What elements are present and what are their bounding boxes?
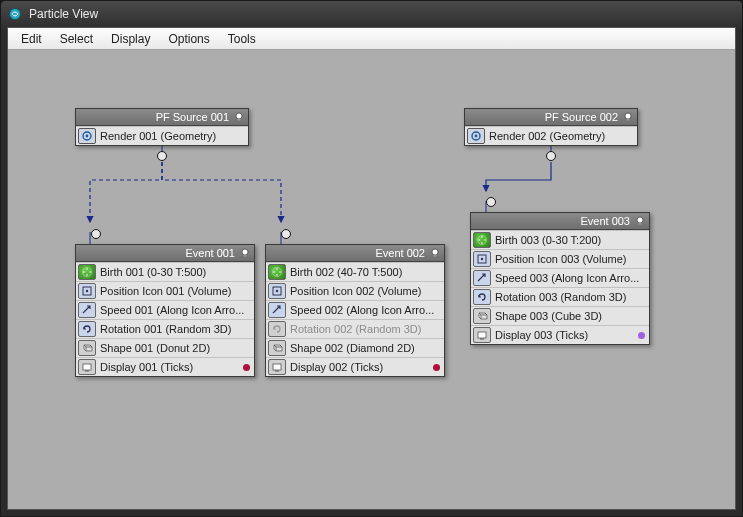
svg-point-34 bbox=[276, 290, 278, 292]
svg-point-15 bbox=[242, 249, 248, 255]
op-birth-003[interactable]: Birth 003 (0-30 T:200) bbox=[471, 230, 649, 249]
op-display-003[interactable]: Display 003 (Ticks) bbox=[471, 325, 649, 344]
menu-select[interactable]: Select bbox=[51, 30, 102, 48]
op-position-003[interactable]: Position Icon 003 (Volume) bbox=[471, 249, 649, 268]
lightbulb-icon[interactable] bbox=[634, 216, 645, 227]
shape-icon bbox=[268, 340, 286, 356]
svg-point-19 bbox=[89, 271, 91, 273]
node-event-001[interactable]: Event 001 Birth 001 (0-30 T:500) Positi bbox=[75, 244, 255, 377]
node-event-002[interactable]: Event 002 Birth 002 (40-70 T:500) Posit bbox=[265, 244, 445, 377]
op-label: Speed 002 (Along Icon Arro... bbox=[290, 304, 434, 316]
op-position-002[interactable]: Position Icon 002 (Volume) bbox=[266, 281, 444, 300]
svg-point-14 bbox=[475, 135, 478, 138]
in-port[interactable] bbox=[91, 229, 101, 239]
particle-view-window: Particle View Edit Select Display Option… bbox=[0, 0, 743, 517]
op-display-002[interactable]: Display 002 (Ticks) bbox=[266, 357, 444, 376]
op-label: Birth 002 (40-70 T:500) bbox=[290, 266, 402, 278]
node-pf-source-001[interactable]: PF Source 001 Render 001 (Geometry) bbox=[75, 108, 249, 146]
menu-tools[interactable]: Tools bbox=[219, 30, 265, 48]
lightbulb-icon[interactable] bbox=[233, 112, 244, 123]
op-rotation-001[interactable]: Rotation 001 (Random 3D) bbox=[76, 319, 254, 338]
svg-rect-35 bbox=[273, 364, 281, 370]
shape-icon bbox=[78, 340, 96, 356]
svg-point-30 bbox=[279, 271, 281, 273]
canvas[interactable]: PF Source 001 Render 001 (Geometry) PF S… bbox=[8, 50, 735, 509]
node-title: Event 003 bbox=[475, 215, 630, 227]
display-color-dot bbox=[243, 364, 250, 371]
lightbulb-icon[interactable] bbox=[239, 248, 250, 259]
node-header[interactable]: Event 003 bbox=[471, 213, 649, 230]
render-icon bbox=[467, 128, 485, 144]
menu-display[interactable]: Display bbox=[102, 30, 159, 48]
svg-point-11 bbox=[625, 113, 631, 119]
lightbulb-icon[interactable] bbox=[622, 112, 633, 123]
op-shape-002[interactable]: Shape 002 (Diamond 2D) bbox=[266, 338, 444, 357]
op-label: Birth 001 (0-30 T:500) bbox=[100, 266, 206, 278]
op-shape-003[interactable]: Shape 003 (Cube 3D) bbox=[471, 306, 649, 325]
op-display-001[interactable]: Display 001 (Ticks) bbox=[76, 357, 254, 376]
op-speed-003[interactable]: Speed 003 (Along Icon Arro... bbox=[471, 268, 649, 287]
titlebar[interactable]: Particle View bbox=[1, 1, 742, 27]
op-speed-001[interactable]: Speed 001 (Along Icon Arro... bbox=[76, 300, 254, 319]
svg-point-10 bbox=[86, 135, 89, 138]
svg-rect-27 bbox=[433, 255, 436, 257]
svg-point-37 bbox=[637, 217, 643, 223]
display-icon bbox=[473, 327, 491, 343]
op-position-001[interactable]: Position Icon 001 (Volume) bbox=[76, 281, 254, 300]
speed-icon bbox=[268, 302, 286, 318]
node-header[interactable]: Event 001 bbox=[76, 245, 254, 262]
menubar: Edit Select Display Options Tools bbox=[8, 28, 735, 50]
display-icon bbox=[268, 359, 286, 375]
node-event-003[interactable]: Event 003 Birth 003 (0-30 T:200) Positi bbox=[470, 212, 650, 345]
svg-point-29 bbox=[273, 271, 275, 273]
svg-rect-38 bbox=[638, 223, 641, 225]
op-label: Birth 003 (0-30 T:200) bbox=[495, 234, 601, 246]
op-birth-001[interactable]: Birth 001 (0-30 T:500) bbox=[76, 262, 254, 281]
svg-point-31 bbox=[276, 268, 278, 270]
op-birth-002[interactable]: Birth 002 (40-70 T:500) bbox=[266, 262, 444, 281]
svg-point-43 bbox=[481, 242, 483, 244]
svg-rect-46 bbox=[478, 332, 486, 338]
node-header[interactable]: PF Source 001 bbox=[76, 109, 248, 126]
svg-rect-8 bbox=[237, 119, 240, 121]
svg-point-26 bbox=[432, 249, 438, 255]
op-rotation-002[interactable]: Rotation 002 (Random 3D) bbox=[266, 319, 444, 338]
op-rotation-003[interactable]: Rotation 003 (Random 3D) bbox=[471, 287, 649, 306]
app-icon bbox=[7, 6, 23, 22]
speed-icon bbox=[473, 270, 491, 286]
out-port[interactable] bbox=[546, 151, 556, 161]
render-icon bbox=[78, 128, 96, 144]
display-color-dot bbox=[638, 332, 645, 339]
out-port[interactable] bbox=[157, 151, 167, 161]
svg-point-41 bbox=[484, 239, 486, 241]
in-port[interactable] bbox=[486, 197, 496, 207]
op-speed-002[interactable]: Speed 002 (Along Icon Arro... bbox=[266, 300, 444, 319]
op-label: Shape 002 (Diamond 2D) bbox=[290, 342, 415, 354]
in-port[interactable] bbox=[281, 229, 291, 239]
op-label: Position Icon 002 (Volume) bbox=[290, 285, 421, 297]
op-label: Rotation 002 (Random 3D) bbox=[290, 323, 421, 335]
menu-edit[interactable]: Edit bbox=[12, 30, 51, 48]
op-label: Position Icon 001 (Volume) bbox=[100, 285, 231, 297]
op-render-002[interactable]: Render 002 (Geometry) bbox=[465, 126, 637, 145]
op-label: Rotation 003 (Random 3D) bbox=[495, 291, 626, 303]
inner-frame: Edit Select Display Options Tools bbox=[7, 27, 736, 510]
op-label: Display 001 (Ticks) bbox=[100, 361, 193, 373]
op-render-001[interactable]: Render 001 (Geometry) bbox=[76, 126, 248, 145]
lightbulb-icon[interactable] bbox=[429, 248, 440, 259]
svg-point-20 bbox=[86, 268, 88, 270]
op-shape-001[interactable]: Shape 001 (Donut 2D) bbox=[76, 338, 254, 357]
op-label: Rotation 001 (Random 3D) bbox=[100, 323, 231, 335]
window-title: Particle View bbox=[29, 7, 98, 21]
svg-point-45 bbox=[481, 258, 483, 260]
node-title: PF Source 001 bbox=[80, 111, 229, 123]
node-title: Event 001 bbox=[80, 247, 235, 259]
node-title: Event 002 bbox=[270, 247, 425, 259]
rotation-icon bbox=[473, 289, 491, 305]
node-header[interactable]: Event 002 bbox=[266, 245, 444, 262]
node-header[interactable]: PF Source 002 bbox=[465, 109, 637, 126]
menu-options[interactable]: Options bbox=[159, 30, 218, 48]
birth-icon bbox=[268, 264, 286, 280]
position-icon bbox=[78, 283, 96, 299]
node-pf-source-002[interactable]: PF Source 002 Render 002 (Geometry) bbox=[464, 108, 638, 146]
